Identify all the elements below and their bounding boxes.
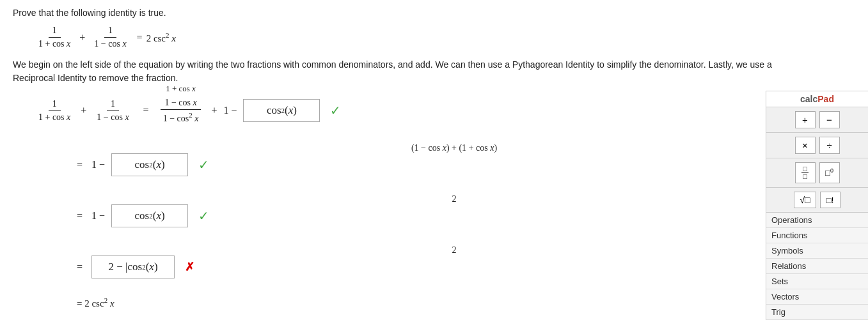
menu-trig[interactable]: Trig <box>766 305 868 320</box>
multiply-btn[interactable]: × <box>795 137 816 154</box>
step2-block: (1 − cos x) + (1 + cos x) = 1 − cos2(x) … <box>77 143 793 176</box>
power-btn[interactable]: □0 <box>819 162 840 183</box>
menu-sets[interactable]: Sets <box>766 274 868 289</box>
step4-block: 2 = 2 − |cos2(x) ✗ <box>77 245 793 278</box>
calcpad-header: calcPad <box>766 91 868 107</box>
calcpad-row2: × ÷ <box>766 133 868 158</box>
step1-check: ✓ <box>330 103 341 118</box>
step1-block: 1 1 + cos x + 1 1 − cos x = 1 + cos x 1 … <box>13 96 793 125</box>
step4-input[interactable]: 2 − |cos2(x) <box>91 255 175 278</box>
step2-check: ✓ <box>198 157 209 172</box>
calcpad-row1: + − <box>766 107 868 133</box>
frac1: 1 1 + cos x <box>35 24 74 50</box>
intro-text: Prove that the following identity is tru… <box>13 8 793 18</box>
menu-functions[interactable]: Functions <box>766 228 868 243</box>
calc-label: calc <box>800 94 817 104</box>
menu-relations[interactable]: Relations <box>766 259 868 274</box>
step1-frac1: 1 1 + cos x <box>35 98 74 124</box>
sqrt-btn[interactable]: √□ <box>794 192 816 208</box>
step1-frac2: 1 1 − cos x <box>93 98 132 124</box>
menu-vectors[interactable]: Vectors <box>766 289 868 305</box>
calcpad-row4: √□ □! <box>766 188 868 213</box>
step2-input[interactable]: cos2(x) <box>111 153 188 176</box>
menu-operations[interactable]: Operations <box>766 213 868 228</box>
final-result: = 2 csc2 x <box>77 296 793 309</box>
description-text: We begin on the left side of the equatio… <box>13 58 793 85</box>
main-identity: 1 1 + cos x + 1 1 − cos x = 2 csc2 x <box>32 24 793 50</box>
step4-cross: ✗ <box>185 260 194 274</box>
frac2: 1 1 − cos x <box>90 24 130 50</box>
step3-input[interactable]: cos2(x) <box>111 204 188 227</box>
plus-btn[interactable]: + <box>795 111 816 128</box>
calcpad-row3: □ □ □0 <box>766 158 868 188</box>
menu-symbols[interactable]: Symbols <box>766 243 868 259</box>
pad-label: Pad <box>817 94 834 104</box>
step3-block: 2 = 1 − cos2(x) ✓ <box>77 194 793 227</box>
step3-check: ✓ <box>198 208 209 224</box>
factorial-btn[interactable]: □! <box>820 192 840 208</box>
divide-btn[interactable]: ÷ <box>819 137 840 154</box>
step1-input[interactable]: cos2(x) <box>243 99 320 122</box>
calcpad-panel: calcPad + − × ÷ □ □ □0 √□ □! Operations … <box>766 91 868 320</box>
fraction-btn[interactable]: □ □ <box>795 162 816 183</box>
minus-btn[interactable]: − <box>819 111 840 128</box>
